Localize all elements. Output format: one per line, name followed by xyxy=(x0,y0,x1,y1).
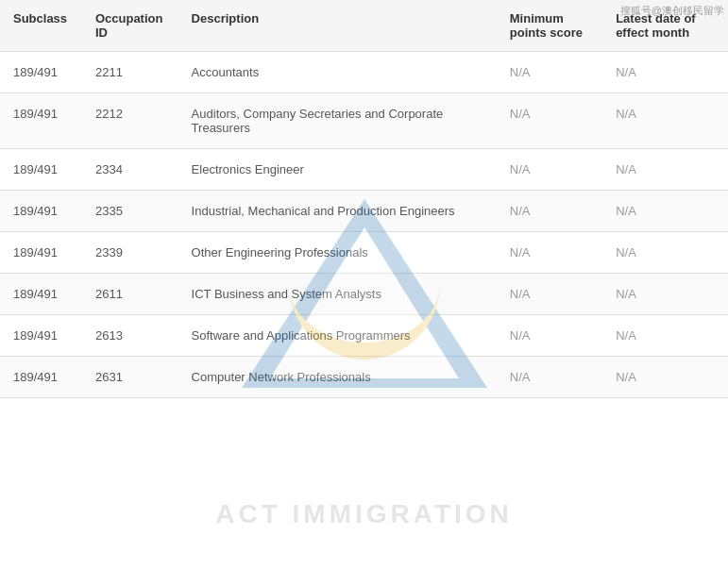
cell-subclass: 189/491 xyxy=(0,191,82,232)
cell-min-points: N/A xyxy=(497,315,602,357)
cell-subclass: 189/491 xyxy=(0,357,82,398)
cell-occupation-id: 2611 xyxy=(82,274,178,315)
cell-description: Auditors, Company Secretaries and Corpor… xyxy=(178,93,497,149)
cell-occupation-id: 2335 xyxy=(82,191,178,232)
cell-description: Software and Applications Programmers xyxy=(178,315,497,357)
table-row: 189/4912631Computer Network Professional… xyxy=(0,357,728,398)
table-row: 189/4912334Electronics EngineerN/AN/A xyxy=(0,149,728,191)
header-description: Description xyxy=(178,0,497,52)
cell-subclass: 189/491 xyxy=(0,315,82,357)
header-min-points: Minimum points score xyxy=(497,0,602,52)
cell-latest-date: N/A xyxy=(602,191,728,232)
table-header-row: Subclass Occupation ID Description Minim… xyxy=(0,0,728,52)
cell-occupation-id: 2339 xyxy=(82,232,178,274)
cell-description: Electronics Engineer xyxy=(178,149,497,191)
table-row: 189/4912339Other Engineering Professiona… xyxy=(0,232,728,274)
cell-latest-date: N/A xyxy=(602,232,728,274)
cell-latest-date: N/A xyxy=(602,274,728,315)
cell-description: Computer Network Professionals xyxy=(178,357,497,398)
cell-subclass: 189/491 xyxy=(0,93,82,149)
table-row: 189/4912212Auditors, Company Secretaries… xyxy=(0,93,728,149)
cell-min-points: N/A xyxy=(497,357,602,398)
cell-min-points: N/A xyxy=(497,191,602,232)
cell-subclass: 189/491 xyxy=(0,274,82,315)
cell-subclass: 189/491 xyxy=(0,149,82,191)
table-row: 189/4912611ICT Business and System Analy… xyxy=(0,274,728,315)
header-subclass: Subclass xyxy=(0,0,82,52)
cell-min-points: N/A xyxy=(497,93,602,149)
cell-occupation-id: 2631 xyxy=(82,357,178,398)
cell-occupation-id: 2613 xyxy=(82,315,178,357)
cell-latest-date: N/A xyxy=(602,357,728,398)
occupation-table: Subclass Occupation ID Description Minim… xyxy=(0,0,728,398)
cell-description: Industrial, Mechanical and Production En… xyxy=(178,191,497,232)
table-row: 189/4912335Industrial, Mechanical and Pr… xyxy=(0,191,728,232)
cell-min-points: N/A xyxy=(497,232,602,274)
cell-occupation-id: 2212 xyxy=(82,93,178,149)
table-row: 189/4912613Software and Applications Pro… xyxy=(0,315,728,357)
sohu-watermark-tag: 搜狐号@澳创移民留学 xyxy=(620,4,724,18)
cell-latest-date: N/A xyxy=(602,315,728,357)
cell-subclass: 189/491 xyxy=(0,52,82,93)
cell-latest-date: N/A xyxy=(602,149,728,191)
cell-min-points: N/A xyxy=(497,274,602,315)
cell-description: ICT Business and System Analysts xyxy=(178,274,497,315)
cell-occupation-id: 2211 xyxy=(82,52,178,93)
cell-occupation-id: 2334 xyxy=(82,149,178,191)
cell-description: Accountants xyxy=(178,52,497,93)
cell-latest-date: N/A xyxy=(602,52,728,93)
act-immigration-text: ACT IMMIGRATION xyxy=(215,499,513,529)
cell-min-points: N/A xyxy=(497,149,602,191)
cell-description: Other Engineering Professionals xyxy=(178,232,497,274)
cell-subclass: 189/491 xyxy=(0,232,82,274)
header-occupation-id: Occupation ID xyxy=(82,0,178,52)
table-row: 189/4912211AccountantsN/AN/A xyxy=(0,52,728,93)
cell-min-points: N/A xyxy=(497,52,602,93)
cell-latest-date: N/A xyxy=(602,93,728,149)
